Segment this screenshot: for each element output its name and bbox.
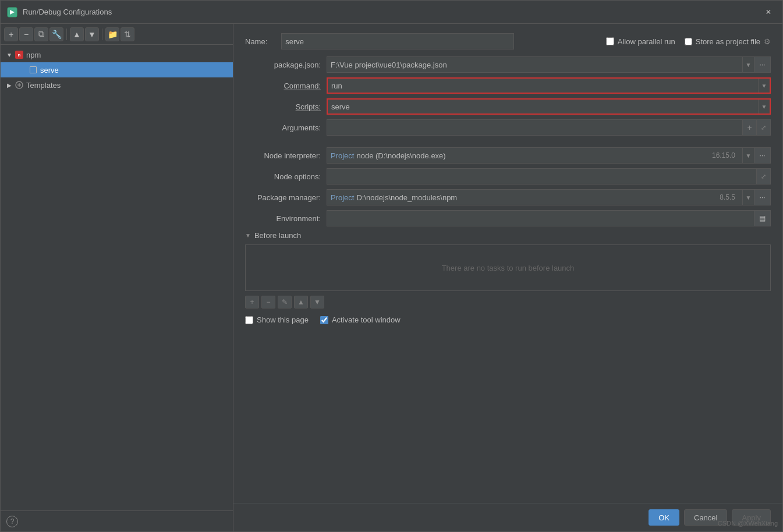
- before-launch-arrow: ▼: [245, 232, 251, 239]
- tree-item-serve[interactable]: serve: [1, 62, 233, 77]
- app-icon: [6, 6, 18, 18]
- scripts-input[interactable]: [328, 100, 758, 114]
- package-json-input[interactable]: [327, 57, 742, 72]
- package-manager-field: Project D:\nodejs\node_modules\npm 8.5.5: [327, 189, 743, 205]
- serve-label: serve: [40, 66, 59, 75]
- node-interpreter-field: Project node (D:\nodejs\node.exe) 16.15.…: [327, 147, 743, 164]
- node-options-row: Node options: ⤢: [245, 168, 771, 185]
- store-project-option[interactable]: Store as project file ⚙: [685, 37, 771, 46]
- store-project-checkbox[interactable]: [685, 38, 692, 45]
- move-down-button[interactable]: ▼: [85, 27, 99, 41]
- bl-add-button[interactable]: +: [245, 296, 259, 308]
- bl-down-button[interactable]: ▼: [310, 296, 324, 308]
- folder-button[interactable]: 📁: [105, 27, 119, 41]
- node-options-label: Node options:: [245, 172, 327, 181]
- close-button[interactable]: ×: [760, 4, 777, 20]
- package-json-arrow[interactable]: ▼: [742, 57, 754, 72]
- environment-input[interactable]: [327, 210, 754, 226]
- name-input[interactable]: [281, 33, 514, 49]
- right-panel: Name: Allow parallel run Store as projec…: [233, 24, 782, 531]
- bl-remove-button[interactable]: −: [261, 296, 275, 308]
- before-launch-toolbar: + − ✎ ▲ ▼: [245, 296, 771, 308]
- before-launch-header[interactable]: ▼ Before launch: [245, 231, 771, 240]
- templates-label: Templates: [26, 81, 61, 90]
- left-bottom-bar: ?: [1, 510, 233, 531]
- environment-row: Environment: ▤: [245, 210, 771, 226]
- interpreter-arrow[interactable]: ▼: [743, 147, 754, 164]
- npm-group-icon: n: [15, 50, 24, 59]
- dialog-title: Run/Debug Configurations: [23, 8, 760, 16]
- command-arrow[interactable]: ▼: [758, 79, 770, 93]
- before-launch-body: There are no tasks to run before launch: [245, 244, 771, 291]
- serve-expand-arrow: [19, 66, 27, 74]
- scripts-combo: ▼: [327, 98, 771, 115]
- node-interpreter-row: Node interpreter: Project node (D:\nodej…: [245, 147, 771, 164]
- package-json-dots[interactable]: ···: [754, 56, 771, 73]
- arguments-input[interactable]: [327, 119, 743, 136]
- run-debug-dialog: Run/Debug Configurations × + − ⧉ 🔧 ▲ ▼ 📁…: [0, 0, 783, 532]
- activate-window-option[interactable]: Activate tool window: [320, 315, 401, 324]
- interpreter-project-prefix: Project: [331, 151, 354, 160]
- form-area: Name: Allow parallel run Store as projec…: [233, 24, 782, 503]
- pkg-manager-arrow[interactable]: ▼: [743, 189, 754, 205]
- config-toolbar: + − ⧉ 🔧 ▲ ▼ 📁 ⇅: [1, 24, 233, 45]
- node-options-input[interactable]: [327, 168, 757, 185]
- gear-icon[interactable]: ⚙: [764, 37, 771, 46]
- tree-item-templates[interactable]: ▶ Templates: [1, 77, 233, 93]
- show-page-checkbox[interactable]: [245, 316, 253, 324]
- title-bar: Run/Debug Configurations ×: [1, 1, 782, 24]
- name-label: Name:: [245, 37, 267, 46]
- dialog-buttons: OK Cancel Apply: [233, 503, 782, 531]
- ok-button[interactable]: OK: [649, 509, 679, 526]
- bottom-options: Show this page Activate tool window: [245, 315, 771, 324]
- arguments-expand-icon[interactable]: ⤢: [757, 119, 771, 136]
- bl-up-button[interactable]: ▲: [294, 296, 308, 308]
- activate-window-checkbox[interactable]: [320, 316, 328, 324]
- show-page-label: Show this page: [257, 315, 309, 324]
- arguments-add-icon[interactable]: +: [743, 119, 757, 136]
- settings-button[interactable]: 🔧: [49, 27, 63, 41]
- allow-parallel-checkbox[interactable]: [606, 37, 614, 45]
- scripts-label: Scripts:: [245, 102, 327, 111]
- node-interpreter-label: Node interpreter:: [245, 151, 327, 160]
- arguments-row: Arguments: + ⤢: [245, 119, 771, 136]
- environment-label: Environment:: [245, 214, 327, 223]
- toolbar-separator-2: [102, 29, 102, 40]
- allow-parallel-option[interactable]: Allow parallel run: [606, 37, 675, 46]
- pkg-manager-version: 8.5.5: [720, 193, 739, 201]
- command-input[interactable]: [328, 79, 758, 93]
- bl-edit-button[interactable]: ✎: [278, 296, 292, 308]
- copy-config-button[interactable]: ⧉: [34, 27, 48, 41]
- before-launch-section: ▼ Before launch There are no tasks to ru…: [245, 231, 771, 308]
- npm-group-label: npm: [26, 51, 41, 59]
- top-options: Allow parallel run Store as project file…: [606, 37, 771, 46]
- node-options-expand[interactable]: ⤢: [757, 168, 771, 185]
- environment-table-icon[interactable]: ▤: [754, 210, 771, 226]
- sort-button[interactable]: ⇅: [121, 27, 134, 41]
- main-content: + − ⧉ 🔧 ▲ ▼ 📁 ⇅ ▼ n npm: [1, 24, 782, 531]
- scripts-row: Scripts: ▼: [245, 98, 771, 115]
- package-json-row: package.json: ▼ ···: [245, 56, 771, 73]
- pkg-manager-dots[interactable]: ···: [754, 189, 771, 205]
- tree-item-npm[interactable]: ▼ n npm: [1, 47, 233, 62]
- help-button[interactable]: ?: [6, 516, 18, 527]
- config-tree: ▼ n npm serve ▶: [1, 45, 233, 510]
- interpreter-dots[interactable]: ···: [754, 147, 771, 164]
- serve-icon: [29, 65, 38, 75]
- command-row: Command: ▼: [245, 77, 771, 94]
- interpreter-version: 16.15.0: [712, 151, 739, 159]
- package-json-label: package.json:: [245, 61, 327, 69]
- allow-parallel-label: Allow parallel run: [618, 37, 675, 46]
- npm-expand-arrow: ▼: [5, 51, 13, 59]
- remove-config-button[interactable]: −: [19, 27, 33, 41]
- show-page-option[interactable]: Show this page: [245, 315, 309, 324]
- scripts-arrow[interactable]: ▼: [758, 100, 770, 114]
- add-config-button[interactable]: +: [4, 27, 18, 41]
- pkg-manager-prefix: Project: [331, 193, 354, 202]
- command-label: Command:: [245, 81, 327, 90]
- toolbar-separator-1: [66, 29, 67, 40]
- package-manager-row: Package manager: Project D:\nodejs\node_…: [245, 189, 771, 205]
- package-json-combo: ▼: [327, 56, 754, 73]
- move-up-button[interactable]: ▲: [70, 27, 84, 41]
- watermark: CSDN @XWenXiang: [718, 520, 778, 527]
